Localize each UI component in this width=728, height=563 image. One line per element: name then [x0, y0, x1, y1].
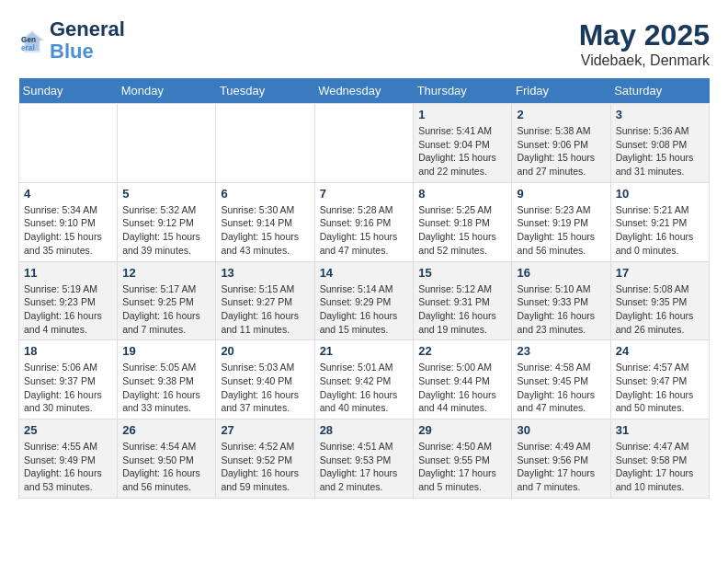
day-info: Sunrise: 5:32 AM Sunset: 9:12 PM Dayligh… — [122, 203, 210, 258]
day-number: 2 — [517, 108, 605, 121]
weekday-tuesday: Tuesday — [216, 78, 314, 104]
day-number: 30 — [517, 423, 605, 437]
day-info: Sunrise: 4:54 AM Sunset: 9:50 PM Dayligh… — [122, 440, 210, 494]
calendar-week-4: 18Sunrise: 5:06 AM Sunset: 9:37 PM Dayli… — [19, 340, 710, 419]
calendar-cell: 20Sunrise: 5:03 AM Sunset: 9:40 PM Dayli… — [216, 340, 314, 419]
calendar-cell: 11Sunrise: 5:19 AM Sunset: 9:23 PM Dayli… — [19, 261, 118, 340]
calendar-cell: 9Sunrise: 5:23 AM Sunset: 9:19 PM Daylig… — [512, 182, 610, 261]
day-info: Sunrise: 5:23 AM Sunset: 9:19 PM Dayligh… — [517, 203, 605, 258]
day-number: 22 — [418, 344, 506, 358]
day-info: Sunrise: 4:47 AM Sunset: 9:58 PM Dayligh… — [616, 440, 704, 494]
day-number: 9 — [517, 187, 605, 201]
svg-text:eral: eral — [21, 44, 35, 52]
calendar-week-1: 1Sunrise: 5:41 AM Sunset: 9:04 PM Daylig… — [19, 104, 710, 183]
calendar-cell: 17Sunrise: 5:08 AM Sunset: 9:35 PM Dayli… — [610, 261, 709, 340]
calendar-cell: 18Sunrise: 5:06 AM Sunset: 9:37 PM Dayli… — [19, 340, 118, 419]
calendar-week-3: 11Sunrise: 5:19 AM Sunset: 9:23 PM Dayli… — [19, 261, 710, 340]
calendar-cell: 2Sunrise: 5:38 AM Sunset: 9:06 PM Daylig… — [512, 104, 610, 183]
calendar-cell — [19, 104, 118, 183]
calendar-cell: 7Sunrise: 5:28 AM Sunset: 9:16 PM Daylig… — [314, 182, 414, 261]
day-info: Sunrise: 5:41 AM Sunset: 9:04 PM Dayligh… — [418, 124, 506, 178]
day-number: 12 — [122, 266, 210, 280]
calendar-cell: 6Sunrise: 5:30 AM Sunset: 9:14 PM Daylig… — [216, 182, 314, 261]
day-number: 29 — [418, 423, 506, 437]
day-number: 6 — [221, 187, 309, 201]
logo-text: GeneralBlue — [50, 18, 125, 63]
day-info: Sunrise: 5:38 AM Sunset: 9:06 PM Dayligh… — [517, 124, 605, 178]
day-number: 15 — [418, 266, 506, 280]
calendar-cell — [216, 104, 314, 183]
calendar-cell: 23Sunrise: 4:58 AM Sunset: 9:45 PM Dayli… — [512, 340, 610, 419]
logo: Gen eral GeneralBlue — [18, 18, 125, 63]
day-info: Sunrise: 4:50 AM Sunset: 9:55 PM Dayligh… — [418, 440, 506, 494]
calendar-cell: 30Sunrise: 4:49 AM Sunset: 9:56 PM Dayli… — [512, 419, 610, 499]
day-info: Sunrise: 5:17 AM Sunset: 9:25 PM Dayligh… — [122, 282, 210, 337]
day-number: 8 — [418, 187, 506, 201]
calendar-cell: 28Sunrise: 4:51 AM Sunset: 9:53 PM Dayli… — [314, 419, 414, 499]
calendar-cell: 21Sunrise: 5:01 AM Sunset: 9:42 PM Dayli… — [314, 340, 414, 419]
day-number: 7 — [320, 187, 409, 201]
day-info: Sunrise: 4:51 AM Sunset: 9:53 PM Dayligh… — [320, 440, 409, 494]
day-number: 18 — [24, 344, 112, 358]
day-number: 11 — [24, 266, 112, 280]
day-info: Sunrise: 5:21 AM Sunset: 9:21 PM Dayligh… — [616, 203, 704, 258]
day-number: 28 — [320, 423, 409, 437]
day-number: 21 — [320, 344, 409, 358]
day-info: Sunrise: 5:36 AM Sunset: 9:08 PM Dayligh… — [616, 124, 704, 178]
day-info: Sunrise: 4:52 AM Sunset: 9:52 PM Dayligh… — [221, 440, 309, 494]
day-info: Sunrise: 5:30 AM Sunset: 9:14 PM Dayligh… — [221, 203, 309, 258]
day-info: Sunrise: 5:14 AM Sunset: 9:29 PM Dayligh… — [320, 282, 409, 337]
calendar-cell: 27Sunrise: 4:52 AM Sunset: 9:52 PM Dayli… — [216, 419, 314, 499]
calendar-cell: 13Sunrise: 5:15 AM Sunset: 9:27 PM Dayli… — [216, 261, 314, 340]
day-info: Sunrise: 5:08 AM Sunset: 9:35 PM Dayligh… — [616, 282, 704, 337]
calendar-header: SundayMondayTuesdayWednesdayThursdayFrid… — [19, 78, 710, 104]
day-number: 23 — [517, 344, 605, 358]
calendar-cell: 31Sunrise: 4:47 AM Sunset: 9:58 PM Dayli… — [610, 419, 709, 499]
svg-text:Gen: Gen — [21, 36, 36, 44]
day-number: 13 — [221, 266, 309, 280]
day-number: 1 — [418, 108, 506, 121]
weekday-wednesday: Wednesday — [314, 78, 414, 104]
day-info: Sunrise: 5:01 AM Sunset: 9:42 PM Dayligh… — [320, 361, 409, 415]
day-number: 19 — [122, 344, 210, 358]
day-info: Sunrise: 5:19 AM Sunset: 9:23 PM Dayligh… — [24, 282, 112, 337]
day-number: 14 — [320, 266, 409, 280]
day-info: Sunrise: 5:06 AM Sunset: 9:37 PM Dayligh… — [24, 361, 112, 415]
day-number: 27 — [221, 423, 309, 437]
calendar-week-5: 25Sunrise: 4:55 AM Sunset: 9:49 PM Dayli… — [19, 419, 710, 499]
day-number: 26 — [122, 423, 210, 437]
calendar-cell: 3Sunrise: 5:36 AM Sunset: 9:08 PM Daylig… — [610, 104, 709, 183]
day-number: 25 — [24, 423, 112, 437]
calendar-cell: 26Sunrise: 4:54 AM Sunset: 9:50 PM Dayli… — [118, 419, 216, 499]
calendar-cell — [314, 104, 414, 183]
weekday-sunday: Sunday — [19, 78, 118, 104]
day-number: 3 — [616, 108, 704, 121]
day-info: Sunrise: 5:05 AM Sunset: 9:38 PM Dayligh… — [122, 361, 210, 415]
calendar-cell: 22Sunrise: 5:00 AM Sunset: 9:44 PM Dayli… — [414, 340, 512, 419]
calendar-cell: 1Sunrise: 5:41 AM Sunset: 9:04 PM Daylig… — [414, 104, 512, 183]
logo-icon: Gen eral — [18, 27, 46, 54]
calendar-cell: 4Sunrise: 5:34 AM Sunset: 9:10 PM Daylig… — [19, 182, 118, 261]
day-number: 20 — [221, 344, 309, 358]
calendar-cell: 8Sunrise: 5:25 AM Sunset: 9:18 PM Daylig… — [414, 182, 512, 261]
calendar-cell: 15Sunrise: 5:12 AM Sunset: 9:31 PM Dayli… — [414, 261, 512, 340]
day-info: Sunrise: 5:03 AM Sunset: 9:40 PM Dayligh… — [221, 361, 309, 415]
day-info: Sunrise: 4:49 AM Sunset: 9:56 PM Dayligh… — [517, 440, 605, 494]
calendar-cell: 19Sunrise: 5:05 AM Sunset: 9:38 PM Dayli… — [118, 340, 216, 419]
day-info: Sunrise: 5:12 AM Sunset: 9:31 PM Dayligh… — [418, 282, 506, 337]
day-number: 31 — [616, 423, 704, 437]
calendar-cell: 24Sunrise: 4:57 AM Sunset: 9:47 PM Dayli… — [610, 340, 709, 419]
day-info: Sunrise: 5:10 AM Sunset: 9:33 PM Dayligh… — [517, 282, 605, 337]
calendar-table: SundayMondayTuesdayWednesdayThursdayFrid… — [18, 78, 710, 499]
day-info: Sunrise: 5:34 AM Sunset: 9:10 PM Dayligh… — [24, 203, 112, 258]
day-info: Sunrise: 4:55 AM Sunset: 9:49 PM Dayligh… — [24, 440, 112, 494]
month-title: May 2025 — [579, 18, 710, 52]
day-number: 17 — [616, 266, 704, 280]
calendar-cell: 16Sunrise: 5:10 AM Sunset: 9:33 PM Dayli… — [512, 261, 610, 340]
day-number: 24 — [616, 344, 704, 358]
location: Videbaek, Denmark — [579, 52, 710, 69]
calendar-cell: 25Sunrise: 4:55 AM Sunset: 9:49 PM Dayli… — [19, 419, 118, 499]
day-info: Sunrise: 5:15 AM Sunset: 9:27 PM Dayligh… — [221, 282, 309, 337]
calendar-week-2: 4Sunrise: 5:34 AM Sunset: 9:10 PM Daylig… — [19, 182, 710, 261]
day-info: Sunrise: 4:57 AM Sunset: 9:47 PM Dayligh… — [616, 361, 704, 415]
